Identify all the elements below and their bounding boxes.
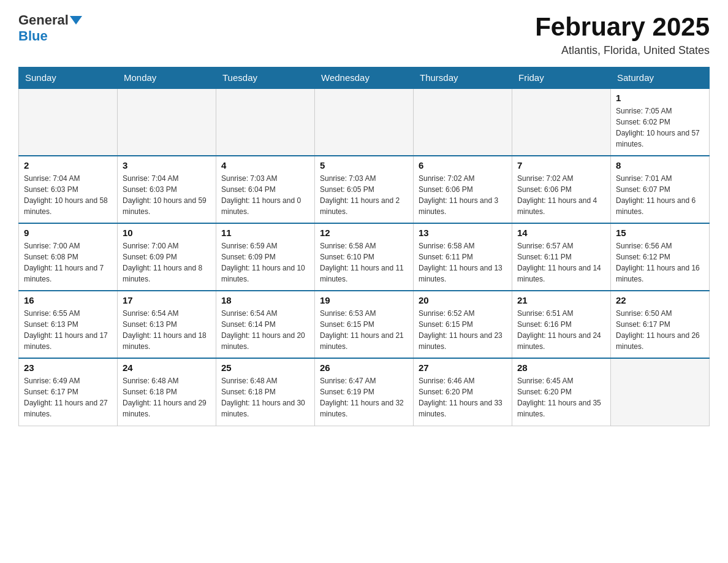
- day-info: Sunrise: 7:04 AMSunset: 6:03 PMDaylight:…: [123, 173, 211, 217]
- calendar-cell: 18Sunrise: 6:54 AMSunset: 6:14 PMDayligh…: [216, 291, 315, 358]
- calendar-cell: 28Sunrise: 6:45 AMSunset: 6:20 PMDayligh…: [512, 358, 611, 426]
- calendar-table: SundayMondayTuesdayWednesdayThursdayFrid…: [18, 67, 710, 426]
- day-number: 4: [221, 160, 309, 170]
- day-info: Sunrise: 7:05 AMSunset: 6:02 PMDaylight:…: [616, 105, 704, 150]
- month-title: February 2025: [535, 12, 710, 42]
- logo: General Blue: [18, 12, 83, 44]
- day-info: Sunrise: 6:54 AMSunset: 6:14 PMDaylight:…: [221, 308, 309, 352]
- day-info: Sunrise: 6:48 AMSunset: 6:18 PMDaylight:…: [123, 375, 211, 419]
- calendar-cell: 23Sunrise: 6:49 AMSunset: 6:17 PMDayligh…: [19, 358, 118, 426]
- calendar-cell: 5Sunrise: 7:03 AMSunset: 6:05 PMDaylight…: [315, 156, 414, 223]
- calendar-header-friday: Friday: [512, 67, 611, 89]
- day-number: 11: [221, 228, 309, 238]
- calendar-cell: 27Sunrise: 6:46 AMSunset: 6:20 PMDayligh…: [414, 358, 512, 426]
- calendar-header-sunday: Sunday: [19, 67, 118, 89]
- day-number: 2: [24, 160, 112, 170]
- day-info: Sunrise: 6:51 AMSunset: 6:16 PMDaylight:…: [517, 308, 605, 352]
- calendar-cell: [414, 88, 512, 156]
- day-info: Sunrise: 7:01 AMSunset: 6:07 PMDaylight:…: [616, 173, 704, 217]
- day-number: 18: [221, 295, 309, 305]
- calendar-cell: 3Sunrise: 7:04 AMSunset: 6:03 PMDaylight…: [118, 156, 216, 223]
- day-info: Sunrise: 6:58 AMSunset: 6:10 PMDaylight:…: [320, 240, 408, 285]
- calendar-cell: [19, 88, 118, 156]
- day-number: 28: [517, 362, 605, 373]
- calendar-week-row: 16Sunrise: 6:55 AMSunset: 6:13 PMDayligh…: [19, 291, 710, 358]
- day-number: 1: [616, 93, 704, 103]
- day-number: 7: [517, 160, 605, 170]
- calendar-header-monday: Monday: [118, 67, 216, 89]
- day-number: 19: [320, 295, 408, 305]
- calendar-cell: 14Sunrise: 6:57 AMSunset: 6:11 PMDayligh…: [512, 223, 611, 291]
- day-info: Sunrise: 6:48 AMSunset: 6:18 PMDaylight:…: [221, 375, 309, 419]
- day-info: Sunrise: 6:50 AMSunset: 6:17 PMDaylight:…: [616, 308, 704, 352]
- day-number: 15: [616, 228, 704, 238]
- day-info: Sunrise: 6:59 AMSunset: 6:09 PMDaylight:…: [221, 240, 309, 285]
- calendar-cell: 19Sunrise: 6:53 AMSunset: 6:15 PMDayligh…: [315, 291, 414, 358]
- calendar-cell: [611, 358, 710, 426]
- day-number: 17: [123, 295, 211, 305]
- day-info: Sunrise: 7:00 AMSunset: 6:09 PMDaylight:…: [123, 240, 211, 285]
- calendar-cell: 26Sunrise: 6:47 AMSunset: 6:19 PMDayligh…: [315, 358, 414, 426]
- calendar-cell: 20Sunrise: 6:52 AMSunset: 6:15 PMDayligh…: [414, 291, 512, 358]
- calendar-cell: 7Sunrise: 7:02 AMSunset: 6:06 PMDaylight…: [512, 156, 611, 223]
- day-info: Sunrise: 6:56 AMSunset: 6:12 PMDaylight:…: [616, 240, 704, 285]
- day-info: Sunrise: 7:03 AMSunset: 6:05 PMDaylight:…: [320, 173, 408, 217]
- day-number: 6: [419, 160, 507, 170]
- calendar-week-row: 1Sunrise: 7:05 AMSunset: 6:02 PMDaylight…: [19, 88, 710, 156]
- day-info: Sunrise: 7:00 AMSunset: 6:08 PMDaylight:…: [24, 240, 112, 285]
- day-number: 24: [123, 362, 211, 373]
- day-number: 20: [419, 295, 507, 305]
- day-number: 22: [616, 295, 704, 305]
- calendar-cell: 21Sunrise: 6:51 AMSunset: 6:16 PMDayligh…: [512, 291, 611, 358]
- day-info: Sunrise: 7:04 AMSunset: 6:03 PMDaylight:…: [24, 173, 112, 217]
- day-number: 25: [221, 362, 309, 373]
- calendar-header-saturday: Saturday: [611, 67, 710, 89]
- calendar-cell: 15Sunrise: 6:56 AMSunset: 6:12 PMDayligh…: [611, 223, 710, 291]
- day-info: Sunrise: 6:47 AMSunset: 6:19 PMDaylight:…: [320, 375, 408, 419]
- calendar-cell: [216, 88, 315, 156]
- day-number: 3: [123, 160, 211, 170]
- day-info: Sunrise: 7:03 AMSunset: 6:04 PMDaylight:…: [221, 173, 309, 217]
- title-section: February 2025 Atlantis, Florida, United …: [535, 12, 710, 57]
- day-number: 16: [24, 295, 112, 305]
- day-info: Sunrise: 7:02 AMSunset: 6:06 PMDaylight:…: [419, 173, 507, 217]
- logo-general-text: General: [18, 12, 69, 28]
- day-number: 14: [517, 228, 605, 238]
- calendar-cell: 8Sunrise: 7:01 AMSunset: 6:07 PMDaylight…: [611, 156, 710, 223]
- day-info: Sunrise: 6:45 AMSunset: 6:20 PMDaylight:…: [517, 375, 605, 419]
- location-text: Atlantis, Florida, United States: [535, 44, 710, 57]
- day-number: 5: [320, 160, 408, 170]
- logo-arrow-icon: [70, 16, 82, 25]
- day-number: 13: [419, 228, 507, 238]
- day-info: Sunrise: 6:49 AMSunset: 6:17 PMDaylight:…: [24, 375, 112, 419]
- page-header: General Blue February 2025 Atlantis, Flo…: [18, 12, 710, 57]
- day-info: Sunrise: 6:46 AMSunset: 6:20 PMDaylight:…: [419, 375, 507, 419]
- calendar-cell: 25Sunrise: 6:48 AMSunset: 6:18 PMDayligh…: [216, 358, 315, 426]
- day-info: Sunrise: 6:55 AMSunset: 6:13 PMDaylight:…: [24, 308, 112, 352]
- calendar-cell: [512, 88, 611, 156]
- day-number: 9: [24, 228, 112, 238]
- calendar-header-tuesday: Tuesday: [216, 67, 315, 89]
- calendar-cell: 13Sunrise: 6:58 AMSunset: 6:11 PMDayligh…: [414, 223, 512, 291]
- calendar-cell: 22Sunrise: 6:50 AMSunset: 6:17 PMDayligh…: [611, 291, 710, 358]
- calendar-cell: 11Sunrise: 6:59 AMSunset: 6:09 PMDayligh…: [216, 223, 315, 291]
- day-number: 27: [419, 362, 507, 373]
- day-info: Sunrise: 6:53 AMSunset: 6:15 PMDaylight:…: [320, 308, 408, 352]
- calendar-header-thursday: Thursday: [414, 67, 512, 89]
- calendar-header-row: SundayMondayTuesdayWednesdayThursdayFrid…: [19, 67, 710, 89]
- calendar-cell: [118, 88, 216, 156]
- day-info: Sunrise: 7:02 AMSunset: 6:06 PMDaylight:…: [517, 173, 605, 217]
- calendar-week-row: 2Sunrise: 7:04 AMSunset: 6:03 PMDaylight…: [19, 156, 710, 223]
- day-number: 8: [616, 160, 704, 170]
- calendar-cell: 16Sunrise: 6:55 AMSunset: 6:13 PMDayligh…: [19, 291, 118, 358]
- day-number: 10: [123, 228, 211, 238]
- calendar-cell: 24Sunrise: 6:48 AMSunset: 6:18 PMDayligh…: [118, 358, 216, 426]
- calendar-cell: 10Sunrise: 7:00 AMSunset: 6:09 PMDayligh…: [118, 223, 216, 291]
- calendar-week-row: 23Sunrise: 6:49 AMSunset: 6:17 PMDayligh…: [19, 358, 710, 426]
- calendar-header-wednesday: Wednesday: [315, 67, 414, 89]
- calendar-cell: 1Sunrise: 7:05 AMSunset: 6:02 PMDaylight…: [611, 88, 710, 156]
- calendar-week-row: 9Sunrise: 7:00 AMSunset: 6:08 PMDaylight…: [19, 223, 710, 291]
- calendar-cell: 9Sunrise: 7:00 AMSunset: 6:08 PMDaylight…: [19, 223, 118, 291]
- day-info: Sunrise: 6:54 AMSunset: 6:13 PMDaylight:…: [123, 308, 211, 352]
- day-number: 12: [320, 228, 408, 238]
